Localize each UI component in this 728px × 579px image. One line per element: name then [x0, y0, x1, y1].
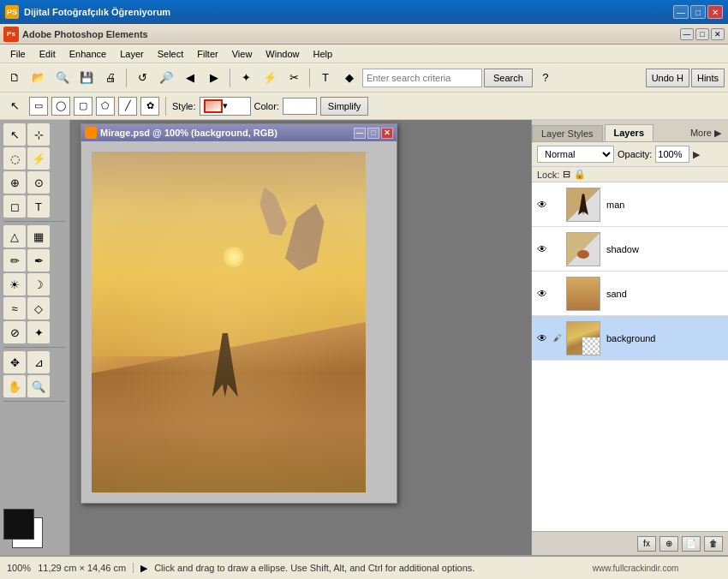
- rect-shape-tool[interactable]: ▭: [29, 97, 48, 116]
- menu-file[interactable]: File: [3, 47, 33, 61]
- style-dropdown-arrow[interactable]: ▾: [223, 100, 228, 111]
- move-tool[interactable]: ✥: [3, 351, 26, 373]
- rotate-button[interactable]: ↺: [131, 67, 153, 89]
- lock-row: Lock: ⊟ 🔒: [532, 167, 728, 182]
- layer-item-background[interactable]: 👁 🖌 background: [532, 316, 728, 361]
- text-tool[interactable]: T: [27, 195, 50, 218]
- opacity-arrow[interactable]: ▶: [693, 149, 700, 160]
- save-button[interactable]: 💾: [75, 67, 98, 89]
- menu-filter[interactable]: Filter: [190, 47, 224, 61]
- panel-btn-new[interactable]: 📄: [682, 536, 701, 552]
- menu-edit[interactable]: Edit: [33, 47, 63, 61]
- document-canvas[interactable]: [81, 141, 397, 503]
- menu-view[interactable]: View: [225, 47, 260, 61]
- new-button[interactable]: 🗋: [3, 67, 26, 89]
- layer-chain-background[interactable]: 🖌: [552, 332, 564, 344]
- play-button[interactable]: ▶: [140, 563, 147, 574]
- doc-close-button[interactable]: ✕: [381, 128, 393, 139]
- healing-tool[interactable]: ⊕: [3, 171, 26, 194]
- paint-bucket-tool[interactable]: △: [3, 225, 26, 248]
- text-button[interactable]: T: [314, 67, 337, 89]
- line-shape-tool[interactable]: ╱: [118, 97, 137, 116]
- crop-marquee-tool[interactable]: ⊹: [27, 123, 50, 146]
- status-bar: 100% 11,29 cm × 14,46 cm ▶ Click and dra…: [0, 555, 728, 579]
- app-close-button[interactable]: ✕: [711, 28, 725, 40]
- ellipse-shape-tool[interactable]: ◯: [51, 97, 70, 116]
- opacity-input[interactable]: [655, 146, 689, 163]
- gradient-tool[interactable]: ▦: [27, 225, 50, 248]
- hand-tool[interactable]: ✋: [3, 375, 26, 397]
- sharpen-tool[interactable]: ◇: [27, 297, 50, 319]
- arrow-tool[interactable]: ↖: [3, 95, 26, 117]
- layer-vis-man[interactable]: 👁: [535, 198, 549, 212]
- rounded-rect-tool[interactable]: ▢: [74, 97, 92, 116]
- eraser-tool[interactable]: ◻: [3, 195, 26, 218]
- color-picker[interactable]: [283, 98, 317, 115]
- crop-button[interactable]: ✂: [283, 67, 305, 89]
- zoom-tool[interactable]: 🔍: [27, 375, 50, 397]
- simplify-button[interactable]: Simplify: [320, 97, 369, 116]
- layer-chain-man[interactable]: [552, 199, 564, 211]
- blur-tool[interactable]: ⊘: [3, 321, 26, 343]
- foreground-color-swatch[interactable]: [3, 509, 34, 540]
- tab-layer-styles[interactable]: Layer Styles: [532, 125, 603, 141]
- menu-select[interactable]: Select: [151, 47, 191, 61]
- eyedropper-tool[interactable]: ⊿: [27, 351, 50, 373]
- smudge-tool[interactable]: ≈: [3, 297, 26, 319]
- layer-vis-background[interactable]: 👁: [535, 331, 549, 345]
- layer-item-shadow[interactable]: 👁 shadow: [532, 227, 728, 272]
- blend-mode-select[interactable]: Normal: [537, 146, 614, 163]
- dodge-tool[interactable]: ☀: [3, 273, 26, 295]
- tab-layers[interactable]: Layers: [605, 124, 653, 141]
- layer-thumb-shadow: [566, 232, 600, 266]
- magic-button[interactable]: ⚡: [259, 67, 281, 89]
- lock-paint-icon[interactable]: 🔒: [574, 169, 586, 180]
- fix-button[interactable]: ✦: [235, 67, 257, 89]
- menu-help[interactable]: Help: [306, 47, 339, 61]
- panel-btn-mask[interactable]: ⊕: [659, 536, 678, 552]
- menu-layer[interactable]: Layer: [113, 47, 151, 61]
- custom-shape-tool[interactable]: ✿: [140, 97, 159, 116]
- search-button[interactable]: Search: [484, 69, 533, 87]
- layer-item-sand[interactable]: 👁 sand: [532, 272, 728, 316]
- magic-wand-tool[interactable]: ⚡: [27, 147, 50, 170]
- doc-maximize-button[interactable]: □: [367, 128, 379, 139]
- app-minimize-button[interactable]: —: [680, 28, 694, 40]
- layer-vis-sand[interactable]: 👁: [535, 287, 549, 301]
- undo-button[interactable]: Undo H: [646, 69, 689, 87]
- panel-btn-fx[interactable]: fx: [637, 536, 656, 552]
- search-input[interactable]: [362, 69, 482, 87]
- step-back-button[interactable]: ◀: [179, 67, 201, 89]
- step-fwd-button[interactable]: ▶: [203, 67, 225, 89]
- menu-window[interactable]: Window: [259, 47, 306, 61]
- pencil-tool[interactable]: ✒: [27, 249, 50, 272]
- zoom-in-button[interactable]: 🔎: [155, 67, 177, 89]
- hints-button[interactable]: Hints: [691, 69, 725, 87]
- layer-chain-sand[interactable]: [552, 288, 564, 300]
- app-maximize-button[interactable]: □: [695, 28, 709, 40]
- panel-btn-delete[interactable]: 🗑: [704, 536, 723, 552]
- burn-tool[interactable]: ☽: [27, 273, 50, 295]
- maximize-button[interactable]: □: [690, 5, 706, 19]
- menu-enhance[interactable]: Enhance: [63, 47, 113, 61]
- doc-minimize-button[interactable]: —: [354, 128, 366, 139]
- lasso-tool[interactable]: ◌: [3, 147, 26, 170]
- sponge-tool[interactable]: ✦: [27, 321, 50, 343]
- layer-vis-shadow[interactable]: 👁: [535, 242, 549, 256]
- minimize-button[interactable]: —: [673, 5, 689, 19]
- close-button[interactable]: ✕: [707, 5, 723, 19]
- help-button[interactable]: ?: [534, 67, 557, 89]
- open-button[interactable]: 📂: [27, 67, 50, 89]
- browse-button[interactable]: 🔍: [51, 67, 74, 89]
- clone-tool[interactable]: ⊙: [27, 171, 50, 194]
- print-button[interactable]: 🖨: [99, 67, 122, 89]
- selection-tool[interactable]: ↖: [3, 123, 26, 146]
- poly-shape-tool[interactable]: ⬠: [96, 97, 115, 116]
- brush-tool[interactable]: ✏: [3, 249, 26, 272]
- style-dropdown[interactable]: ▾: [200, 97, 251, 116]
- panel-more-button[interactable]: More ▶: [683, 125, 728, 141]
- layer-chain-shadow[interactable]: [552, 243, 564, 255]
- lock-transparent-icon[interactable]: ⊟: [563, 169, 570, 180]
- layer-item-man[interactable]: 👁 man: [532, 182, 728, 227]
- shape-button[interactable]: ◆: [338, 67, 361, 89]
